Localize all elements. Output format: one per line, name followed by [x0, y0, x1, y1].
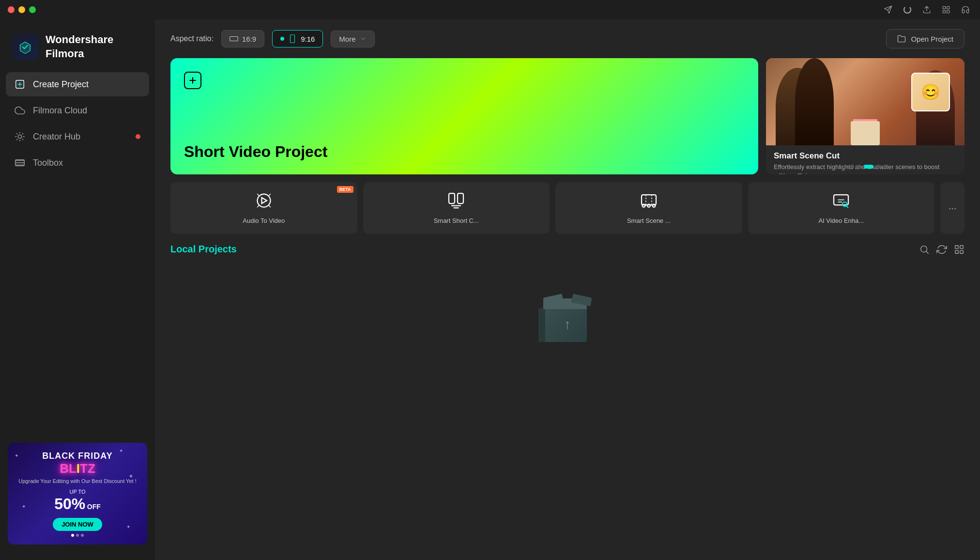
sidebar-nav: Create Project Filmora Cloud Creator Hub: [0, 72, 155, 435]
ad-title-line1: BLACK FRIDAY: [42, 451, 112, 461]
svg-point-9: [257, 194, 270, 207]
tool-smart-short-cut[interactable]: Smart Short C...: [363, 182, 550, 234]
svg-point-15: [652, 204, 655, 207]
side-panel-title: Smart Scene Cut: [774, 151, 957, 161]
tool-audio-to-video[interactable]: BETA Audio To Video: [170, 182, 357, 234]
featured-panel[interactable]: 😊 Smart Scene Cut Effortlessly extract h…: [766, 58, 965, 174]
svg-point-14: [647, 204, 650, 207]
creator-hub-badge: [136, 134, 140, 139]
svg-rect-19: [955, 245, 958, 248]
ai-video-enhance-icon: [832, 192, 850, 211]
local-projects-title: Local Projects: [170, 244, 237, 255]
sp-dot-5: [876, 165, 880, 169]
ad-dot-3: [81, 534, 84, 537]
side-panel-info: Smart Scene Cut Effortlessly extract hig…: [766, 145, 965, 174]
tool-label: Smart Scene ...: [627, 217, 671, 224]
close-button[interactable]: [8, 6, 15, 13]
send-icon[interactable]: [883, 5, 893, 15]
app-logo-icon: [12, 33, 39, 61]
sidebar-item-create-project[interactable]: Create Project: [6, 72, 149, 96]
ad-dot-1: [71, 534, 74, 537]
face-pip: 😊: [911, 73, 950, 111]
featured-panel-image: 😊: [766, 58, 965, 145]
aspect-ratio-label: Aspect ratio:: [170, 34, 214, 43]
sp-dot-3: [857, 165, 861, 169]
main-content: Aspect ratio: 16:9 9:16 More Open Projec…: [155, 19, 980, 560]
tool-label: Audio To Video: [243, 217, 285, 224]
ad-join-now-button[interactable]: JOIN NOW: [53, 518, 102, 531]
title-bar: [0, 0, 980, 19]
sidebar-item-label: Filmora Cloud: [33, 106, 87, 116]
sidebar-logo: Wondershare Filmora: [0, 27, 155, 72]
svg-rect-11: [458, 193, 463, 203]
svg-point-18: [921, 246, 927, 252]
svg-rect-8: [291, 35, 295, 43]
sidebar-item-creator-hub[interactable]: Creator Hub: [6, 124, 149, 149]
ad-title-line2: BLITZ: [60, 461, 95, 476]
hero-plus-icon: [184, 72, 201, 89]
headphone-icon[interactable]: [961, 5, 970, 15]
svg-point-13: [642, 204, 645, 207]
empty-box-illustration: ↑: [538, 284, 597, 342]
ad-dots: [71, 534, 84, 537]
sidebar-item-toolbox[interactable]: Toolbox: [6, 151, 149, 175]
open-project-button[interactable]: Open Project: [886, 29, 965, 48]
upload-icon[interactable]: [922, 5, 932, 15]
maximize-button[interactable]: [29, 6, 36, 13]
sidebar-ad-banner[interactable]: ✦ ✦ ✦ ✦ ★ BLACK FRIDAY BLITZ Upgrade You…: [8, 443, 147, 544]
tool-smart-scene-cut[interactable]: Smart Scene ...: [555, 182, 742, 234]
tool-label: AI Video Enha...: [818, 217, 864, 224]
sp-dot-1: [843, 165, 847, 169]
svg-rect-21: [955, 250, 958, 253]
sidebar: Wondershare Filmora Create Project Filmo…: [0, 19, 155, 560]
svg-point-5: [18, 135, 21, 139]
window-controls: [8, 6, 36, 13]
ad-discount: UP TO 50% OFF: [54, 488, 101, 513]
ad-upgrade-text: Upgrade Your Editing with Our Best Disco…: [18, 478, 136, 484]
aspect-9-16-button[interactable]: 9:16: [272, 30, 323, 47]
section-actions: [919, 244, 965, 255]
svg-rect-20: [960, 245, 963, 248]
svg-rect-7: [230, 37, 238, 41]
create-project-hero[interactable]: Short Video Project: [170, 58, 758, 174]
svg-rect-22: [960, 250, 963, 253]
sidebar-item-label: Creator Hub: [33, 132, 80, 142]
tool-label: Smart Short C...: [434, 217, 479, 224]
local-projects-section: Local Projects: [155, 234, 980, 560]
svg-rect-12: [642, 195, 656, 205]
empty-state: ↑: [170, 264, 965, 361]
svg-rect-1: [947, 6, 949, 9]
tools-row: BETA Audio To Video: [155, 174, 980, 234]
sp-dot-4: [864, 165, 873, 169]
search-icon[interactable]: [919, 244, 930, 255]
section-header: Local Projects: [170, 244, 965, 255]
svg-rect-2: [943, 11, 945, 13]
grid-icon[interactable]: [941, 5, 951, 15]
more-tools-button[interactable]: ···: [940, 182, 965, 234]
smart-scene-cut-icon: [640, 192, 658, 211]
beta-badge: BETA: [337, 186, 353, 193]
hero-area: Short Video Project: [155, 58, 980, 174]
minimize-button[interactable]: [18, 6, 25, 13]
aspect-bar: Aspect ratio: 16:9 9:16 More Open Projec…: [155, 19, 980, 58]
refresh-icon[interactable]: [936, 244, 947, 255]
side-panel-dots: [843, 165, 887, 169]
app-layout: Wondershare Filmora Create Project Filmo…: [0, 19, 980, 560]
sp-dot-6: [883, 165, 887, 169]
svg-rect-0: [943, 6, 945, 9]
hero-title: Short Video Project: [184, 143, 745, 161]
scene-background: 😊: [766, 58, 965, 145]
smart-short-cut-icon: [447, 192, 465, 211]
aspect-16-9-button[interactable]: 16:9: [221, 30, 264, 47]
grid-view-icon[interactable]: [954, 244, 965, 255]
more-aspect-button[interactable]: More: [331, 31, 374, 47]
tool-ai-video-enhance[interactable]: AI Video Enha...: [748, 182, 935, 234]
ad-dot-2: [76, 534, 79, 537]
svg-rect-3: [947, 11, 949, 13]
sidebar-item-label: Toolbox: [33, 158, 63, 168]
titlebar-icons: [883, 0, 970, 19]
audio-to-video-icon: [255, 192, 273, 211]
svg-rect-10: [449, 193, 455, 203]
sidebar-item-filmora-cloud[interactable]: Filmora Cloud: [6, 98, 149, 123]
app-name: Wondershare Filmora: [46, 33, 113, 61]
